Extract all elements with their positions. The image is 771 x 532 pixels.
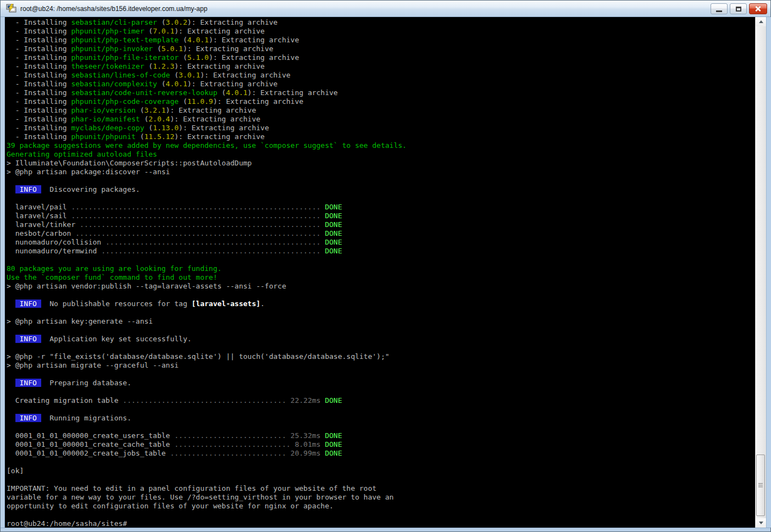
terminal-line: INFO No publishable resources for tag [l… bbox=[7, 300, 755, 308]
terminal-line: - Installing sebastian/lines-of-code (3.… bbox=[7, 71, 755, 80]
terminal-line: nesbot/carbon ..........................… bbox=[7, 229, 755, 238]
terminal-line: laravel/sail ...........................… bbox=[7, 212, 755, 220]
terminal-output[interactable]: - Installing sebastian/cli-parser (3.0.2… bbox=[5, 17, 755, 528]
terminal-line: IMPORTANT: You need to edit in a panel c… bbox=[7, 484, 755, 493]
terminal-line: - Installing phar-io/manifest (2.0.4): E… bbox=[7, 115, 755, 124]
window-border-left bbox=[1, 17, 5, 528]
maximize-button[interactable] bbox=[730, 3, 747, 14]
terminal-line: 0001_01_01_000002_create_jobs_table ....… bbox=[7, 449, 755, 458]
titlebar[interactable]: root@ub24: /home/sasha/sites/b156.itdeve… bbox=[1, 1, 770, 17]
terminal-line: - Installing phpunit/phpunit (11.5.12): … bbox=[7, 132, 755, 141]
info-badge: INFO bbox=[15, 185, 41, 193]
scrollbar[interactable] bbox=[755, 17, 766, 528]
terminal-line bbox=[7, 308, 755, 317]
terminal-line: - Installing sebastian/complexity (4.0.1… bbox=[7, 80, 755, 88]
window-border-bottom bbox=[1, 528, 770, 531]
window-border-right bbox=[766, 17, 771, 528]
minimize-button[interactable] bbox=[711, 3, 728, 14]
terminal-line: - Installing phpunit/php-timer (7.0.1): … bbox=[7, 27, 755, 36]
info-badge: INFO bbox=[15, 379, 41, 387]
chevron-down-icon bbox=[759, 522, 763, 524]
info-badge: INFO bbox=[15, 414, 41, 422]
terminal-line bbox=[7, 475, 755, 484]
window-body: - Installing sebastian/cli-parser (3.0.2… bbox=[1, 17, 770, 528]
terminal-line: 0001_01_01_000001_create_cache_table ...… bbox=[7, 440, 755, 449]
terminal-line: Creating migration table ...............… bbox=[7, 396, 755, 405]
terminal-line: laravel/tinker .........................… bbox=[7, 220, 755, 229]
terminal-line: root@ub24:/home/sasha/sites# bbox=[7, 519, 755, 528]
terminal-line: INFO Running migrations. bbox=[7, 414, 755, 423]
terminal-line: Generating optimized autoload files bbox=[7, 150, 755, 159]
terminal-line: nunomaduro/collision ...................… bbox=[7, 238, 755, 247]
terminal-line: [ok] bbox=[7, 467, 755, 475]
info-badge: INFO bbox=[15, 300, 41, 308]
terminal-line bbox=[7, 343, 755, 352]
scrollbar-grip-icon bbox=[758, 483, 763, 487]
terminal-line: - Installing phpunit/php-code-coverage (… bbox=[7, 97, 755, 106]
terminal-line: 80 packages you are using are looking fo… bbox=[7, 264, 755, 273]
terminal-line bbox=[7, 370, 755, 379]
close-icon bbox=[755, 5, 762, 12]
putty-window: root@ub24: /home/sasha/sites/b156.itdeve… bbox=[0, 0, 771, 532]
terminal-line: INFO Preparing database. bbox=[7, 379, 755, 387]
terminal-line bbox=[7, 405, 755, 414]
terminal-line bbox=[7, 291, 755, 300]
terminal-line: Use the `composer fund` command to find … bbox=[7, 273, 755, 282]
chevron-up-icon bbox=[759, 20, 763, 23]
terminal-line bbox=[7, 176, 755, 185]
terminal-line bbox=[7, 326, 755, 335]
terminal-line: INFO Discovering packages. bbox=[7, 185, 755, 194]
terminal-line: > @php -r "file_exists('database/databas… bbox=[7, 352, 755, 361]
terminal-line: > @php artisan package:discover --ansi bbox=[7, 168, 755, 176]
terminal-line: - Installing myclabs/deep-copy (1.13.0):… bbox=[7, 124, 755, 132]
terminal-line bbox=[7, 423, 755, 431]
minimize-icon bbox=[716, 10, 722, 12]
terminal-line bbox=[7, 256, 755, 264]
terminal-line: opportunity to edit configuration files … bbox=[7, 502, 755, 511]
window-controls bbox=[711, 3, 767, 14]
terminal-line: nunomaduro/termwind ....................… bbox=[7, 247, 755, 256]
terminal-line bbox=[7, 458, 755, 467]
terminal-line bbox=[7, 387, 755, 396]
terminal-line: INFO Application key set successfully. bbox=[7, 335, 755, 343]
terminal-line: > Illuminate\Foundation\ComposerScripts:… bbox=[7, 159, 755, 168]
scroll-down-button[interactable] bbox=[756, 518, 766, 528]
terminal-line: - Installing sebastian/cli-parser (3.0.2… bbox=[7, 18, 755, 27]
terminal-line: - Installing sebastian/code-unit-reverse… bbox=[7, 88, 755, 97]
terminal-line bbox=[7, 194, 755, 203]
terminal-line: 39 package suggestions were added by new… bbox=[7, 141, 755, 150]
terminal-line: - Installing phar-io/version (3.2.1): Ex… bbox=[7, 106, 755, 115]
terminal-line: laravel/pail ...........................… bbox=[7, 203, 755, 212]
scroll-up-button[interactable] bbox=[756, 17, 766, 26]
terminal-line: - Installing phpunit/php-text-template (… bbox=[7, 36, 755, 45]
scrollbar-track[interactable] bbox=[756, 26, 766, 518]
terminal-line: - Installing theseer/tokenizer (1.2.3): … bbox=[7, 62, 755, 71]
terminal-line: - Installing phpunit/php-invoker (5.0.1)… bbox=[7, 45, 755, 53]
maximize-icon bbox=[736, 7, 741, 12]
terminal-line: variable for a new way to your files. Us… bbox=[7, 493, 755, 502]
terminal-line: - Installing phpunit/php-file-iterator (… bbox=[7, 53, 755, 62]
close-button[interactable] bbox=[749, 3, 767, 14]
terminal-line: > @php artisan vendor:publish --tag=lara… bbox=[7, 282, 755, 291]
window-title: root@ub24: /home/sasha/sites/b156.itdeve… bbox=[20, 5, 207, 13]
terminal-line: > @php artisan key:generate --ansi bbox=[7, 317, 755, 326]
terminal-line: > @php artisan migrate --graceful --ansi bbox=[7, 361, 755, 370]
info-badge: INFO bbox=[15, 335, 41, 343]
terminal-line: 0001_01_01_000000_create_users_table ...… bbox=[7, 431, 755, 440]
terminal-line bbox=[7, 511, 755, 519]
scrollbar-thumb[interactable] bbox=[756, 455, 765, 516]
putty-icon[interactable] bbox=[6, 4, 17, 13]
